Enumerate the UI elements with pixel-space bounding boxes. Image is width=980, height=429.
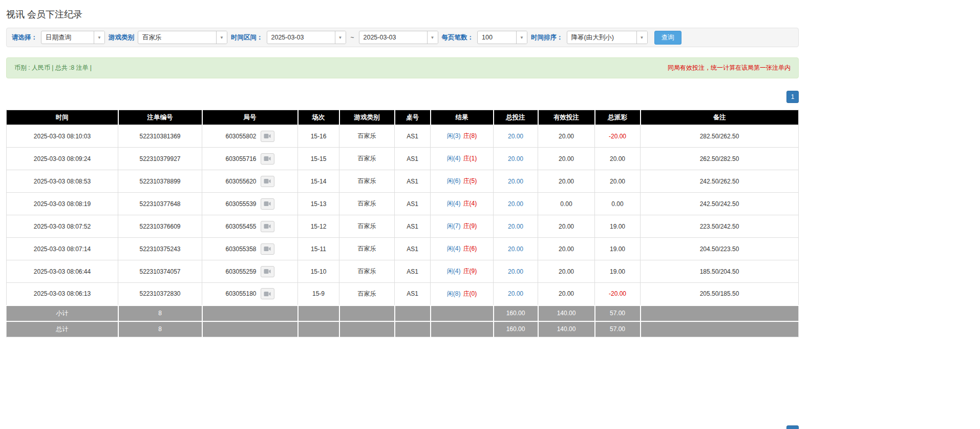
table-row: 2025-03-03 08:10:03 522310381369 6030558…	[7, 125, 799, 148]
game-type-cell: 百家乐	[339, 125, 395, 148]
time-cell: 2025-03-03 08:06:13	[7, 283, 118, 305]
game-type-dropdown[interactable]: 百家乐 ▼	[138, 31, 227, 44]
video-replay-icon[interactable]	[261, 176, 274, 187]
time-sort-dropdown[interactable]: 降幂(由大到小) ▼	[567, 31, 648, 44]
time-cell: 2025-03-03 08:06:44	[7, 260, 118, 283]
payout-cell: 19.00	[595, 260, 641, 283]
video-replay-icon[interactable]	[261, 198, 274, 210]
round-id-value: 603055620	[225, 178, 256, 185]
total-bet-cell: 20.00	[494, 193, 538, 215]
chevron-down-icon[interactable]: ▼	[516, 31, 527, 44]
header-round-id: 局号	[202, 110, 298, 125]
pagination-bottom: 1	[6, 425, 799, 429]
round-id-value: 603055180	[225, 290, 256, 297]
remark-cell: 262.50/282.50	[641, 148, 799, 170]
result-banker: 庄(6)	[463, 245, 477, 252]
total-bet-link[interactable]: 20.00	[508, 155, 523, 162]
chevron-down-icon[interactable]: ▼	[427, 31, 438, 44]
subtotal-row: 小计 8 160.00 140.00 57.00	[7, 305, 799, 321]
date-from-value: 2025-03-03	[267, 34, 335, 41]
game-type-cell: 百家乐	[339, 148, 395, 170]
result-cell: 闲(7)庄(9)	[431, 215, 494, 238]
result-player: 闲(4)	[447, 200, 461, 207]
total-bet-link[interactable]: 20.00	[508, 223, 523, 230]
round-id-value: 603055358	[225, 246, 256, 253]
remark-cell: 185.50/204.50	[641, 260, 799, 283]
empty-cell	[298, 321, 339, 337]
header-remark: 备注	[641, 110, 799, 125]
video-replay-icon[interactable]	[261, 153, 274, 165]
result-player: 闲(6)	[447, 177, 461, 185]
total-bet-link[interactable]: 20.00	[508, 290, 523, 297]
bet-id-cell: 522310372830	[118, 283, 202, 305]
chevron-down-icon[interactable]: ▼	[216, 31, 227, 44]
video-replay-icon[interactable]	[261, 131, 274, 142]
round-id-value: 603055802	[225, 133, 256, 140]
table-row: 2025-03-03 08:09:24 522310379927 6030557…	[7, 148, 799, 170]
page-size-dropdown[interactable]: 100 ▼	[477, 31, 527, 44]
total-bet-link[interactable]: 20.00	[508, 133, 523, 140]
valid-bet-cell: 0.00	[538, 193, 595, 215]
time-cell: 2025-03-03 08:08:19	[7, 193, 118, 215]
session-cell: 15-16	[298, 125, 339, 148]
table-no-cell: AS1	[395, 215, 431, 238]
total-bet-cell: 20.00	[494, 170, 538, 193]
header-valid-bet: 有效投注	[538, 110, 595, 125]
result-cell: 闲(4)庄(6)	[431, 238, 494, 260]
result-player: 闲(4)	[447, 268, 461, 275]
total-bet-link[interactable]: 20.00	[508, 200, 523, 208]
video-replay-icon[interactable]	[261, 221, 274, 232]
video-replay-icon[interactable]	[261, 243, 274, 255]
summary-currency-count: 币别 : 人民币 | 总共 :8 注单 |	[14, 64, 92, 72]
result-player: 闲(3)	[447, 132, 461, 139]
query-type-dropdown[interactable]: 日期查询 ▼	[41, 31, 105, 44]
payout-cell: 19.00	[595, 215, 641, 238]
total-bet-link[interactable]: 20.00	[508, 246, 523, 253]
chevron-down-icon[interactable]: ▼	[636, 31, 647, 44]
round-id-cell: 603055802	[202, 125, 298, 148]
date-to-picker[interactable]: 2025-03-03 ▼	[359, 31, 438, 44]
result-cell: 闲(4)庄(1)	[431, 148, 494, 170]
valid-bet-cell: 20.00	[538, 283, 595, 305]
total-row: 总计 8 160.00 140.00 57.00	[7, 321, 799, 337]
date-from-picker[interactable]: 2025-03-03 ▼	[267, 31, 346, 44]
empty-cell	[641, 305, 799, 321]
result-cell: 闲(8)庄(0)	[431, 283, 494, 305]
header-bet-id: 注单编号	[118, 110, 202, 125]
round-id-cell: 603055358	[202, 238, 298, 260]
search-button[interactable]: 查询	[654, 31, 681, 45]
time-sort-label: 时间排序：	[531, 33, 563, 42]
table-row: 2025-03-03 08:08:53 522310378899 6030556…	[7, 170, 799, 193]
table-row: 2025-03-03 08:08:19 522310377648 6030555…	[7, 193, 799, 215]
empty-cell	[202, 321, 298, 337]
query-type-label: 请选择：	[12, 33, 37, 42]
table-no-cell: AS1	[395, 193, 431, 215]
bet-id-cell: 522310377648	[118, 193, 202, 215]
game-type-cell: 百家乐	[339, 215, 395, 238]
header-session: 场次	[298, 110, 339, 125]
page-button-1[interactable]: 1	[786, 91, 799, 103]
subtotal-valid-bet: 140.00	[538, 305, 595, 321]
page-size-value: 100	[478, 34, 516, 41]
total-bet-cell: 20.00	[494, 215, 538, 238]
result-player: 闲(8)	[447, 290, 461, 297]
result-banker: 庄(8)	[463, 132, 477, 139]
empty-cell	[298, 305, 339, 321]
chevron-down-icon[interactable]: ▼	[94, 31, 104, 44]
video-replay-icon[interactable]	[261, 266, 274, 277]
game-type-cell: 百家乐	[339, 260, 395, 283]
bet-records-table: 时间 注单编号 局号 场次 游戏类别 桌号 结果 总投注 有效投注 总派彩 备注…	[6, 110, 799, 337]
result-banker: 庄(9)	[463, 268, 477, 275]
page-button-1[interactable]: 1	[786, 425, 799, 429]
summary-notice: 同局有效投注，统一计算在该局第一张注单内	[668, 64, 791, 72]
header-total-bet: 总投注	[494, 110, 538, 125]
chevron-down-icon[interactable]: ▼	[335, 31, 346, 44]
total-bet-link[interactable]: 20.00	[508, 178, 523, 185]
table-row: 2025-03-03 08:07:14 522310375243 6030553…	[7, 238, 799, 260]
video-replay-icon[interactable]	[261, 288, 274, 299]
payout-cell: 20.00	[595, 170, 641, 193]
total-bet-link[interactable]: 20.00	[508, 268, 523, 275]
total-bet-cell: 20.00	[494, 125, 538, 148]
header-result: 结果	[431, 110, 494, 125]
time-cell: 2025-03-03 08:09:24	[7, 148, 118, 170]
